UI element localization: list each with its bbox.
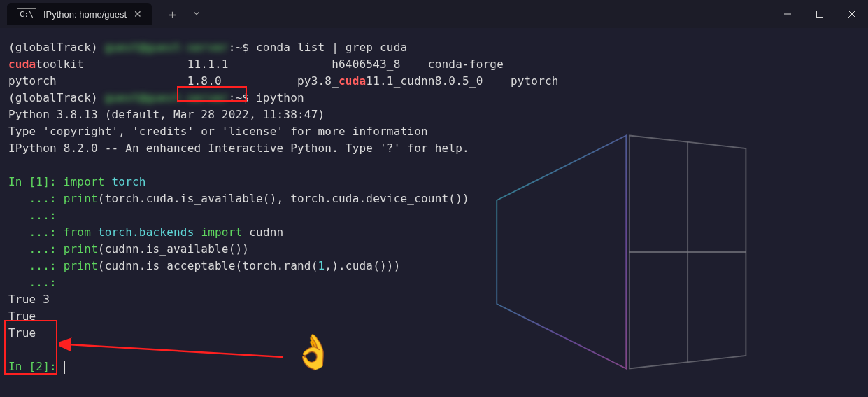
- output-2: True: [8, 308, 860, 325]
- python-banner-1: Python 3.8.13 (default, Mar 28 2022, 11:…: [8, 106, 860, 123]
- maximize-button[interactable]: [804, 0, 836, 28]
- shell-line-2: (globalTrack) guest@guest-server:~$ ipyt…: [8, 90, 860, 106]
- terminal-icon: C:\: [17, 8, 36, 20]
- python-banner-2: Type 'copyright', 'credits' or 'license'…: [8, 123, 860, 140]
- terminal-area[interactable]: (globalTrack) guest@guest-server:~$ cond…: [0, 28, 868, 375]
- output-3: True: [8, 325, 860, 342]
- ipython-cont-4: ...: print(cudnn.is_available()): [8, 241, 860, 258]
- ipython-cont-5: ...: print(cudnn.is_acceptable(torch.ran…: [8, 258, 860, 274]
- conda-row-1: cudatoolkit 11.1.1 h6406543_8 conda-forg…: [8, 56, 860, 73]
- ipython-in-2: In [2]:: [8, 358, 860, 375]
- shell-line-1: (globalTrack) guest@guest-server:~$ cond…: [8, 39, 860, 56]
- titlebar: C:\ IPython: home/guest ✕ +: [0, 0, 868, 28]
- python-banner-3: IPython 8.2.0 -- An enhanced Interactive…: [8, 140, 860, 157]
- window-controls: [771, 0, 868, 28]
- ipython-cont-3: ...: from torch.backends import cudnn: [8, 224, 860, 241]
- ipython-cont-1: ...: print(torch.cuda.is_available(), to…: [8, 190, 860, 207]
- conda-row-2: pytorch 1.8.0 py3.8_cuda11.1_cudnn8.0.5_…: [8, 73, 860, 90]
- newtab-button[interactable]: +: [162, 7, 183, 22]
- tab-dropdown[interactable]: [185, 8, 208, 21]
- svg-rect-1: [817, 11, 823, 18]
- ipython-cont-6: ...:: [8, 274, 860, 291]
- tab-strip: C:\ IPython: home/guest ✕ +: [0, 0, 208, 28]
- ok-hand-emoji: 👌: [292, 335, 334, 368]
- close-icon[interactable]: ✕: [134, 8, 142, 20]
- cursor: [64, 361, 65, 374]
- minimize-button[interactable]: [771, 0, 804, 28]
- tab-ipython[interactable]: C:\ IPython: home/guest ✕: [7, 3, 152, 25]
- ipython-in-1: In [1]: import torch: [8, 174, 860, 190]
- tab-title: IPython: home/guest: [43, 9, 127, 20]
- close-button[interactable]: [836, 0, 868, 28]
- output-1: True 3: [8, 291, 860, 308]
- ipython-cont-2: ...:: [8, 207, 860, 224]
